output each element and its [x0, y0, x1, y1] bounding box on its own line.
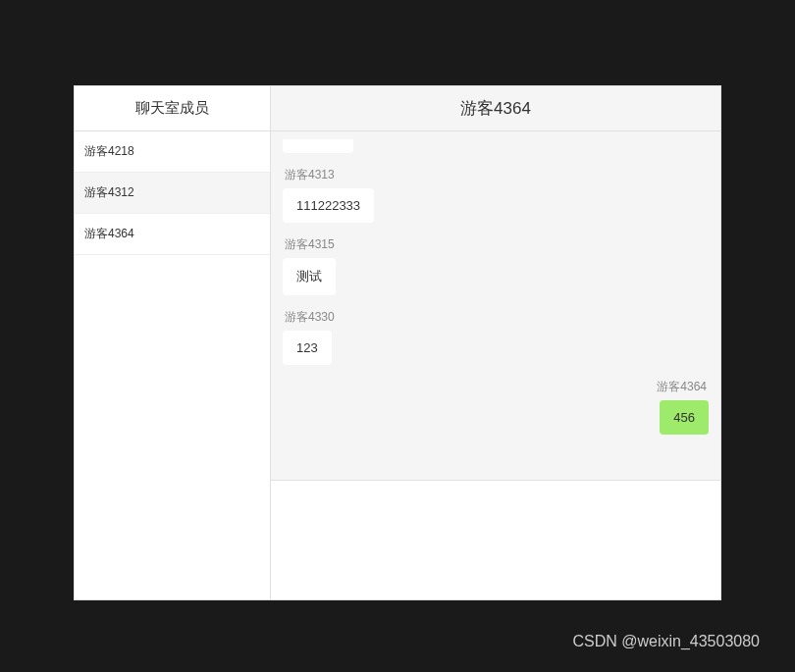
sidebar: 聊天室成员 游客4218 游客4312 游客4364: [75, 86, 271, 599]
member-item[interactable]: 游客4218: [75, 131, 270, 173]
message-sender: 游客4330: [283, 309, 337, 326]
message-bubble: 测试: [283, 258, 336, 295]
message-sender: 游客4364: [655, 379, 709, 395]
message-row: 游客4315 测试: [283, 236, 709, 295]
message-row: 游客4330 123: [283, 309, 709, 365]
message-sender: 游客4315: [283, 236, 337, 253]
member-item[interactable]: 游客4364: [75, 214, 270, 255]
partial-bubble: [283, 139, 353, 153]
chat-title: 游客4364: [271, 86, 720, 131]
message-row-self: 游客4364 456: [283, 379, 709, 435]
message-bubble: 123: [283, 331, 332, 365]
message-bubble: 111222333: [283, 188, 374, 223]
member-item[interactable]: 游客4312: [75, 173, 270, 214]
member-list: 游客4218 游客4312 游客4364: [75, 131, 270, 599]
message-area[interactable]: 游客4313 111222333 游客4315 测试 游客4330 123 游客…: [271, 131, 720, 480]
message-row: 游客4313 111222333: [283, 167, 709, 223]
sidebar-title: 聊天室成员: [75, 86, 270, 131]
chat-window: 聊天室成员 游客4218 游客4312 游客4364 游客4364 游客4313…: [74, 85, 721, 600]
watermark: CSDN @weixin_43503080: [572, 633, 760, 650]
message-sender: 游客4313: [283, 167, 337, 183]
main-panel: 游客4364 游客4313 111222333 游客4315 测试 游客4330…: [271, 86, 720, 599]
message-bubble-self: 456: [660, 400, 709, 435]
message-input[interactable]: [271, 481, 720, 599]
input-area: [271, 480, 720, 599]
